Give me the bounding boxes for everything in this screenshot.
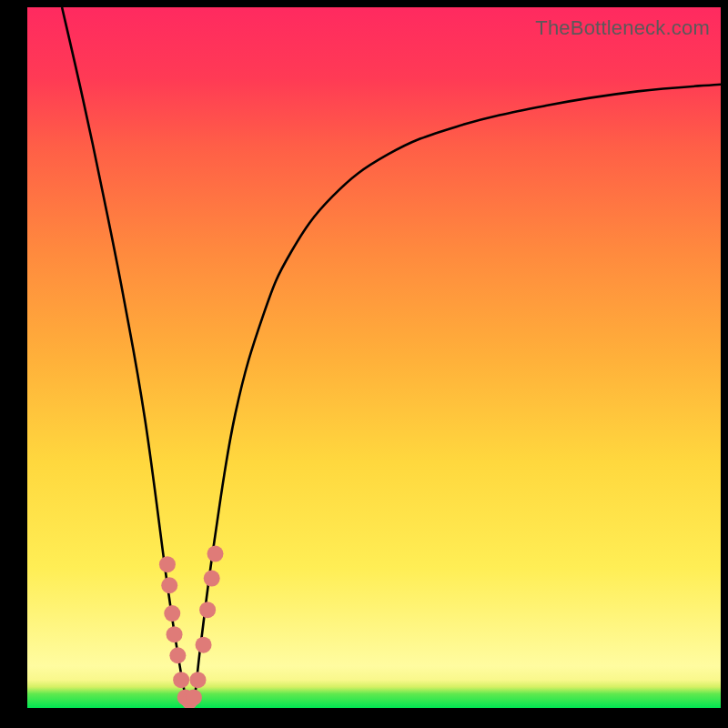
data-marker — [196, 637, 212, 653]
data-marker — [189, 672, 206, 688]
data-marker — [167, 626, 183, 642]
data-marker — [199, 602, 216, 618]
chart-frame: TheBottleneck.com — [0, 0, 728, 728]
data-marker — [169, 647, 186, 663]
data-marker — [207, 546, 224, 562]
chart-plot-area: TheBottleneck.com — [27, 7, 721, 708]
data-markers — [159, 546, 224, 708]
bottleneck-curve — [62, 7, 721, 708]
curve-group — [62, 7, 721, 708]
data-marker — [173, 672, 189, 688]
data-marker — [159, 556, 176, 572]
data-marker — [164, 605, 180, 622]
chart-svg — [27, 7, 721, 708]
data-marker — [186, 689, 202, 705]
data-marker — [204, 571, 220, 587]
data-marker — [161, 577, 177, 593]
